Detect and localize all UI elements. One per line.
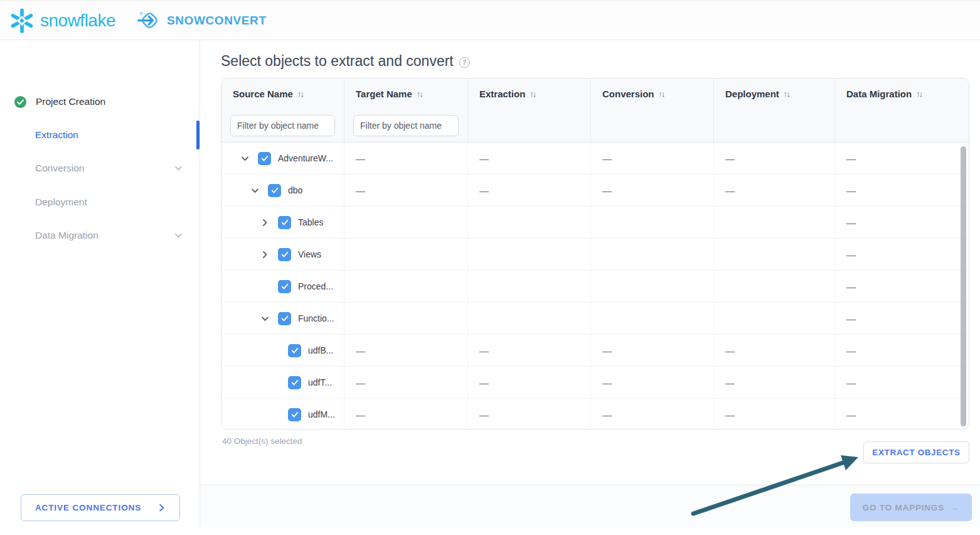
source-name-label: udfT...: [308, 377, 332, 387]
status-cell: [591, 239, 714, 270]
status-cell: —: [835, 175, 969, 206]
filter-cell-conversion: [591, 109, 714, 142]
source-name-label: udfM...: [308, 409, 335, 419]
table-header-row: Source Name↑↓Target Name↑↓Extraction↑↓Co…: [221, 78, 969, 109]
sort-icon[interactable]: ↑↓: [530, 89, 535, 99]
chevron-down-icon[interactable]: [174, 164, 183, 173]
row-checkbox[interactable]: [258, 152, 271, 165]
column-header-data-migration[interactable]: Data Migration↑↓: [835, 78, 969, 109]
snowconvert-logo: SNOWCONVERT: [137, 8, 267, 33]
column-label: Extraction: [479, 89, 525, 99]
source-cell: Tables: [221, 207, 344, 238]
column-label: Target Name: [356, 89, 412, 99]
chevron-spacer: [259, 281, 270, 292]
row-checkbox[interactable]: [288, 408, 301, 421]
filter-cell-data-migration: [835, 109, 969, 142]
status-cell: —: [835, 207, 969, 238]
status-cell: [468, 303, 591, 334]
active-connections-button[interactable]: ACTIVE CONNECTIONS: [21, 494, 180, 521]
column-header-conversion[interactable]: Conversion↑↓: [591, 78, 714, 109]
row-checkbox[interactable]: [268, 184, 281, 197]
sidebar-nav: Project CreationExtractionConversionDepl…: [0, 40, 200, 527]
source-name-label: Views: [298, 249, 321, 259]
sidebar-item-data-migration[interactable]: Data Migration: [0, 222, 200, 249]
status-cell: —: [344, 399, 468, 430]
table-row: Views—: [221, 239, 969, 271]
row-checkbox[interactable]: [278, 216, 291, 229]
column-header-deployment[interactable]: Deployment↑↓: [714, 78, 835, 109]
status-cell: —: [714, 335, 835, 366]
sidebar-item-deployment[interactable]: Deployment: [0, 188, 200, 216]
chevron-down-icon[interactable]: [174, 231, 183, 240]
source-cell: Views: [221, 239, 344, 270]
column-header-extraction[interactable]: Extraction↑↓: [468, 78, 591, 109]
table-filter-row: [221, 109, 969, 143]
sidebar-item-label: Data Migration: [35, 230, 99, 241]
status-cell: [714, 239, 835, 270]
extract-objects-button[interactable]: EXTRACT OBJECTS: [863, 441, 969, 463]
status-cell: —: [591, 175, 714, 206]
sidebar-item-extraction[interactable]: Extraction: [0, 121, 200, 149]
source-name-label: Tables: [298, 217, 323, 227]
status-cell: [344, 303, 468, 334]
column-header-source-name[interactable]: Source Name↑↓: [221, 78, 344, 109]
table-row: udfB...—————: [221, 335, 969, 367]
status-cell: [468, 239, 591, 270]
status-cell: —: [714, 143, 835, 174]
status-cell: [714, 271, 835, 302]
sort-icon[interactable]: ↑↓: [659, 89, 664, 99]
expand-chevron-down-icon[interactable]: [249, 185, 260, 196]
chevron-spacer: [269, 377, 280, 388]
sort-icon[interactable]: ↑↓: [297, 89, 303, 99]
status-cell: —: [714, 367, 835, 398]
row-checkbox[interactable]: [278, 280, 291, 293]
status-cell: —: [344, 175, 468, 206]
target-name-filter-input[interactable]: [353, 115, 459, 136]
table-row: udfM...—————: [221, 399, 969, 430]
source-name-filter-input[interactable]: [230, 115, 335, 136]
go-to-mappings-button[interactable]: GO TO MAPPINGS →: [850, 494, 972, 521]
sort-icon[interactable]: ↑↓: [417, 89, 422, 99]
go-to-mappings-label: GO TO MAPPINGS: [863, 503, 944, 512]
row-checkbox[interactable]: [288, 344, 301, 357]
status-cell: —: [835, 271, 969, 302]
status-cell: —: [714, 399, 835, 430]
source-cell: AdventureW...: [221, 143, 344, 174]
filter-cell-source-name: [221, 109, 344, 142]
status-cell: —: [714, 175, 835, 206]
row-checkbox[interactable]: [278, 248, 291, 261]
vertical-scrollbar[interactable]: [961, 146, 966, 426]
expand-chevron-right-icon[interactable]: [259, 249, 270, 260]
status-cell: [591, 303, 714, 334]
help-icon[interactable]: ?: [459, 57, 470, 68]
title-row: Select objects to extract and convert ?: [221, 53, 470, 70]
expand-chevron-down-icon[interactable]: [239, 153, 250, 164]
objects-table: Source Name↑↓Target Name↑↓Extraction↑↓Co…: [221, 78, 969, 430]
status-cell: —: [835, 335, 969, 366]
status-cell: —: [468, 335, 591, 366]
status-cell: [468, 207, 591, 238]
table-row: AdventureW...—————: [221, 143, 969, 175]
top-bar: snowflake SNOWCONVERT: [0, 1, 980, 40]
column-label: Conversion: [602, 89, 654, 99]
status-cell: —: [591, 143, 714, 174]
sort-icon[interactable]: ↑↓: [784, 89, 789, 99]
sidebar-item-conversion[interactable]: Conversion: [0, 154, 200, 182]
row-checkbox[interactable]: [278, 312, 291, 325]
column-header-target-name[interactable]: Target Name↑↓: [344, 78, 468, 109]
chevron-spacer: [269, 409, 280, 420]
check-circle-icon: [14, 95, 27, 109]
status-cell: —: [344, 367, 468, 398]
filter-cell-deployment: [714, 109, 835, 142]
status-cell: —: [591, 399, 714, 430]
source-cell: dbo: [221, 175, 344, 206]
snowflake-icon: [9, 8, 35, 34]
sort-icon[interactable]: ↑↓: [916, 89, 922, 99]
status-cell: —: [835, 399, 969, 430]
expand-chevron-right-icon[interactable]: [259, 217, 270, 228]
sidebar-item-project-creation[interactable]: Project Creation: [0, 88, 200, 116]
status-cell: [591, 271, 714, 302]
row-checkbox[interactable]: [288, 376, 301, 389]
expand-chevron-down-icon[interactable]: [259, 313, 270, 324]
status-cell: —: [468, 367, 591, 398]
